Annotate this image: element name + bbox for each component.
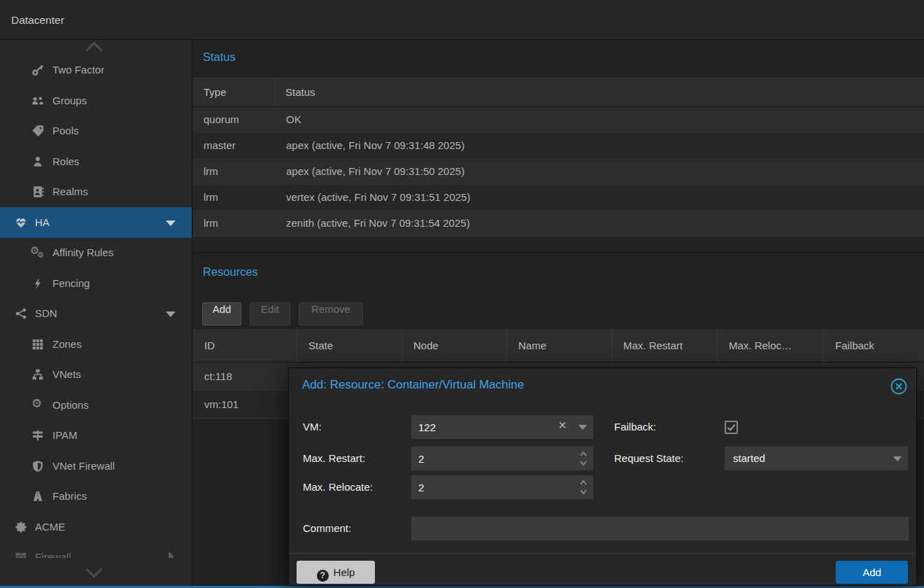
top-bar: Datacenter (0, 0, 924, 40)
road-icon (31, 490, 44, 503)
status-panel-header: Status (193, 40, 924, 77)
failback-checkbox[interactable] (725, 421, 738, 434)
sidebar: Two Factor Groups Pools Roles Realms HA (0, 40, 192, 586)
sidebar-item-fabrics[interactable]: Fabrics (0, 481, 192, 512)
column-header-id[interactable]: ID (193, 329, 297, 362)
gears-icon: ⚙⚙ (31, 246, 44, 259)
resources-toolbar: Add Edit Remove (193, 295, 924, 329)
sidebar-item-roles[interactable]: Roles (0, 146, 192, 177)
remove-button[interactable]: Remove (299, 302, 363, 326)
sidebar-item-fencing[interactable]: Fencing (0, 268, 192, 299)
table-row[interactable]: lrm apex (active, Fri Nov 7 09:31:50 202… (193, 159, 924, 185)
wall-icon (15, 551, 27, 558)
grid-icon (31, 338, 44, 351)
column-header-status[interactable]: Status (276, 77, 315, 106)
address-book-icon (31, 186, 44, 198)
table-row[interactable]: master apex (active, Fri Nov 7 09:31:48 … (193, 133, 924, 159)
dialog-add-button[interactable]: Add (836, 561, 908, 584)
edit-button[interactable]: Edit (250, 302, 290, 326)
status-table-header: Type Status (193, 77, 924, 107)
help-button[interactable]: ?Help (297, 561, 375, 584)
close-icon[interactable] (890, 377, 908, 396)
sidebar-item-firewall[interactable]: Firewall (0, 542, 192, 558)
spinner-icon[interactable] (579, 479, 588, 496)
vm-combobox[interactable]: × (411, 415, 593, 439)
sidebar-item-zones[interactable]: Zones (0, 329, 192, 360)
gear-icon: ⚙ (31, 399, 44, 412)
column-header-name[interactable]: Name (507, 329, 612, 362)
resources-panel-title: Resources (203, 265, 258, 279)
status-table-body: quorum OK master apex (active, Fri Nov 7… (193, 107, 924, 237)
status-panel-title: Status (203, 50, 236, 64)
chevron-down-icon (87, 565, 101, 579)
sidebar-item-realms[interactable]: Realms (0, 176, 192, 207)
sidebar-item-ipam[interactable]: IPAM (0, 420, 192, 451)
table-row[interactable]: lrm vertex (active, Fri Nov 7 09:31:51 2… (193, 185, 924, 211)
users-icon (31, 94, 44, 107)
sidebar-item-options[interactable]: ⚙ Options (0, 390, 192, 421)
vm-label: VM: (303, 415, 322, 439)
sidebar-item-two-factor[interactable]: Two Factor (0, 55, 192, 85)
max-restart-input[interactable] (411, 447, 593, 470)
tag-icon (31, 125, 44, 137)
chevron-up-icon (87, 40, 101, 54)
check-icon (726, 422, 737, 433)
question-icon: ? (317, 570, 329, 582)
table-row[interactable]: lrm zenith (active, Fri Nov 7 09:31:54 2… (193, 211, 924, 237)
max-relocate-input[interactable] (411, 475, 593, 499)
column-header-max-relocate[interactable]: Max. Reloc… (718, 329, 824, 362)
resources-table-header: ID State Node Name Max. Restart Max. Rel… (193, 329, 924, 363)
add-button[interactable]: Add (202, 302, 241, 326)
sidebar-scroll-down[interactable] (0, 564, 192, 582)
bolt-icon (31, 277, 44, 290)
app-root: Datacenter Two Factor Groups Pools Roles (0, 0, 924, 588)
comment-label: Comment: (303, 517, 351, 540)
badge-icon (15, 521, 27, 533)
page-title: Datacenter (11, 0, 64, 40)
max-restart-stepper[interactable] (411, 447, 593, 470)
sidebar-item-vnet-firewall[interactable]: VNet Firewall (0, 451, 192, 482)
max-relocate-stepper[interactable] (411, 475, 593, 499)
user-icon (31, 155, 44, 168)
collapse-caret-icon[interactable] (166, 312, 176, 317)
sidebar-item-acme[interactable]: ACME (0, 512, 192, 542)
column-header-failback[interactable]: Failback (824, 329, 924, 362)
table-row[interactable]: quorum OK (193, 107, 924, 133)
resources-panel-header: Resources (193, 252, 924, 295)
max-restart-label: Max. Restart: (303, 447, 365, 470)
sidebar-item-groups[interactable]: Groups (0, 85, 192, 116)
shield-icon (31, 460, 44, 472)
failback-label: Failback: (614, 415, 656, 439)
sidebar-item-vnets[interactable]: VNets (0, 359, 192, 390)
spinner-icon[interactable] (579, 450, 588, 467)
dialog-footer-divider (289, 553, 916, 554)
heartbeat-icon (15, 216, 27, 229)
column-header-state[interactable]: State (297, 329, 402, 362)
key-icon (31, 64, 44, 76)
comment-field[interactable] (411, 517, 909, 540)
add-resource-dialog: Add: Resource: Container/Virtual Machine… (288, 368, 917, 586)
request-state-select[interactable]: started (725, 447, 908, 470)
column-header-type[interactable]: Type (193, 77, 276, 106)
column-header-max-restart[interactable]: Max. Restart (612, 329, 718, 362)
column-header-node[interactable]: Node (402, 329, 507, 362)
sidebar-item-affinity-rules[interactable]: ⚙⚙ Affinity Rules (0, 237, 192, 268)
sidebar-item-pools[interactable]: Pools (0, 115, 192, 146)
comment-input[interactable] (411, 517, 909, 540)
expand-caret-icon[interactable] (169, 552, 174, 558)
chevron-down-icon[interactable] (578, 425, 587, 430)
sitemap-icon (31, 368, 44, 381)
clear-icon[interactable]: × (558, 417, 567, 433)
max-relocate-label: Max. Relocate: (303, 475, 373, 499)
signpost-icon (31, 429, 44, 442)
dialog-title: Add: Resource: Container/Virtual Machine (302, 378, 524, 392)
chevron-down-icon[interactable] (893, 456, 902, 461)
share-nodes-icon (15, 307, 27, 320)
request-state-label: Request State: (614, 447, 683, 470)
sidebar-item-ha[interactable]: HA (0, 207, 192, 238)
sidebar-item-sdn[interactable]: SDN (0, 298, 192, 329)
collapse-caret-icon[interactable] (166, 220, 176, 226)
sidebar-nav: Two Factor Groups Pools Roles Realms HA (0, 40, 192, 558)
